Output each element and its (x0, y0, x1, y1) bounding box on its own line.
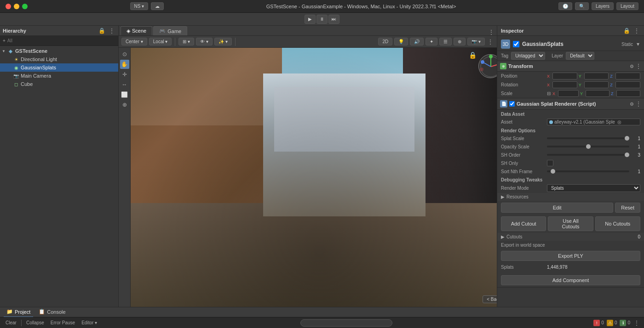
tool-scale[interactable]: ↔ (120, 80, 129, 89)
rot-y-input[interactable]: -41.3 (584, 81, 609, 88)
rot-x-input[interactable]: 0 (552, 81, 577, 88)
renderer-active-checkbox[interactable] (509, 101, 515, 107)
fx-btn[interactable]: ✦ (426, 38, 437, 45)
collapse-button[interactable]: Collapse (24, 320, 46, 326)
tab-scene[interactable]: ◈ Scene (121, 26, 152, 35)
data-asset-section-title: Data Asset (497, 110, 644, 118)
tab-game[interactable]: 🎮 Game (153, 26, 187, 35)
cutouts-row[interactable]: ▶ Cutouts 0 (497, 233, 644, 241)
console-menu[interactable]: ⋮ (633, 320, 640, 326)
maximize-btn[interactable] (22, 4, 28, 9)
render-mode-select[interactable]: Splats DebugPoints DebugBoxes DebugChunk… (547, 184, 640, 192)
splat-scale-label: Splat Scale (501, 136, 547, 141)
rotation-xyz: X 0 Y -41.3 Z 180 (547, 81, 640, 88)
resources-label: Resources (506, 194, 640, 199)
transform-header[interactable]: ⊕ Transform ⚙ ⋮ (497, 61, 644, 72)
inspector-lock[interactable]: 🔒 (622, 28, 631, 34)
tag-select[interactable]: Untagged (511, 52, 545, 60)
scale-x-label: X (552, 91, 557, 96)
editor-dropdown[interactable]: Editor ▾ (80, 320, 99, 326)
top-toolbar: ▶ ⏸ ⏭ (0, 13, 644, 26)
tree-item-main-camera[interactable]: 📷 Main Camera (0, 72, 118, 80)
history-btn[interactable]: 🕐 (558, 2, 572, 10)
tab-project[interactable]: 📁 Project (4, 307, 33, 317)
transform-section: ⊕ Transform ⚙ ⋮ Position X 0 Y (497, 61, 644, 98)
object-name: GaussianSplats (522, 41, 619, 47)
hierarchy-search-input[interactable] (7, 38, 115, 43)
tree-item-gaussian-splats[interactable]: ◉ GaussianSplats (0, 63, 118, 72)
scene-panel-menu[interactable]: ⋮ (488, 29, 495, 35)
hierarchy-lock[interactable]: 🔒 (98, 28, 106, 34)
pause-button[interactable]: ⏸ (316, 15, 328, 24)
resources-row[interactable]: ▶ Resources (497, 193, 644, 201)
add-cutout-button[interactable]: Add Cutout (501, 216, 546, 231)
tool-transform[interactable]: ⊕ (120, 100, 129, 109)
opacity-scale-slider[interactable] (547, 146, 629, 147)
local-dropdown[interactable]: Local ▾ (149, 38, 172, 45)
hierarchy-menu[interactable]: ⋮ (108, 28, 115, 34)
clear-button[interactable]: Clear (4, 320, 18, 326)
play-button[interactable]: ▶ (305, 15, 316, 24)
tree-item-scene[interactable]: ▼ ◈ GSTestScene (0, 47, 118, 55)
tool-rotate[interactable]: ✛ (120, 70, 129, 79)
tab-console[interactable]: 📋 Console (36, 307, 68, 317)
inspector-menu[interactable]: ⋮ (633, 28, 640, 34)
no-cutouts-button[interactable]: No Cutouts (595, 216, 640, 231)
layers-btn[interactable]: Layers (592, 2, 614, 10)
scene-view-btn[interactable]: ☰ (439, 38, 452, 45)
hierarchy-search-bar: + (0, 36, 118, 46)
close-btn[interactable] (6, 4, 11, 9)
effects-btn[interactable]: ✨ ▾ (214, 38, 232, 45)
renderer-header[interactable]: 📄 Gaussian Splat Renderer (Script) ⚙ ⋮ (497, 98, 644, 110)
visibility-btn[interactable]: 👁 ▾ (196, 38, 213, 45)
export-ply-button[interactable]: Export PLY (501, 251, 640, 261)
splat-scale-slider[interactable] (547, 137, 629, 139)
search-btn[interactable]: 🔍 (575, 2, 589, 10)
export-ply-row: Export PLY (497, 249, 644, 263)
scale-z-input[interactable]: 1 (616, 90, 640, 97)
audio-btn[interactable]: 🔊 (410, 38, 424, 45)
grid-btn[interactable]: ⊞ ▾ (178, 38, 194, 45)
scale-x-input[interactable]: 1 (558, 90, 579, 97)
minimize-btn[interactable] (14, 4, 19, 9)
camera-btn[interactable]: 📷 ▾ (467, 38, 485, 45)
tag-layer-row: Tag Untagged Layer Default (497, 51, 644, 61)
edit-button[interactable]: Edit (501, 203, 613, 213)
object-active-checkbox[interactable] (513, 41, 519, 47)
lighting-btn[interactable]: 💡 (394, 38, 408, 45)
step-button[interactable]: ⏭ (328, 15, 339, 24)
sh-order-slider[interactable] (547, 154, 629, 156)
ns-dropdown[interactable]: NS ▾ (130, 2, 149, 10)
gizmo-btn[interactable]: ⊕ (454, 38, 466, 45)
reset-button[interactable]: Reset (615, 203, 640, 213)
sort-nth-slider[interactable] (547, 170, 629, 172)
scene-view[interactable]: ⊙ ✋ ✛ ↔ ⬜ ⊕ (119, 48, 497, 307)
static-dropdown[interactable]: ▾ (636, 41, 640, 47)
tree-item-cube[interactable]: ◻ Cube (0, 80, 118, 88)
2d-btn[interactable]: 2D (378, 38, 392, 45)
back-button[interactable]: < Back (483, 295, 497, 303)
error-pause-button[interactable]: Error Pause (49, 320, 77, 326)
pos-x-input[interactable]: 0 (552, 73, 577, 79)
use-all-cutouts-button[interactable]: Use All Cutouts (548, 216, 593, 231)
cloud-btn[interactable]: ☁ (151, 2, 164, 10)
cutout-buttons-row: Add Cutout Use All Cutouts No Cutouts (497, 215, 644, 233)
tree-item-directional-light[interactable]: ☀ Directional Light (0, 55, 118, 63)
pos-z-input[interactable]: 0 (615, 73, 640, 79)
scale-link-icon: ⊟ (547, 91, 551, 96)
scale-y-input[interactable]: 1 (586, 90, 610, 97)
add-component-button[interactable]: Add Component (501, 275, 640, 285)
scene-settings-btn[interactable]: ⋮ (487, 39, 494, 45)
layout-btn[interactable]: Layout (616, 2, 638, 10)
layer-select[interactable]: Default (566, 52, 594, 60)
toolbar-separator-1 (175, 38, 175, 46)
main-content: Hierarchy 🔒 ⋮ + ▼ ◈ GSTestScene ☀ D (0, 26, 644, 307)
tool-move[interactable]: ⊙ (120, 50, 129, 59)
rot-z-input[interactable]: 180 (615, 81, 640, 88)
tool-hand[interactable]: ✋ (120, 60, 129, 69)
console-search-input[interactable] (300, 319, 392, 327)
center-dropdown[interactable]: Center ▾ (121, 38, 147, 45)
pos-y-input[interactable]: 1.57 (584, 73, 609, 79)
tool-rect[interactable]: ⬜ (120, 90, 129, 99)
hierarchy-tree: ▼ ◈ GSTestScene ☀ Directional Light ◉ Ga… (0, 46, 118, 307)
